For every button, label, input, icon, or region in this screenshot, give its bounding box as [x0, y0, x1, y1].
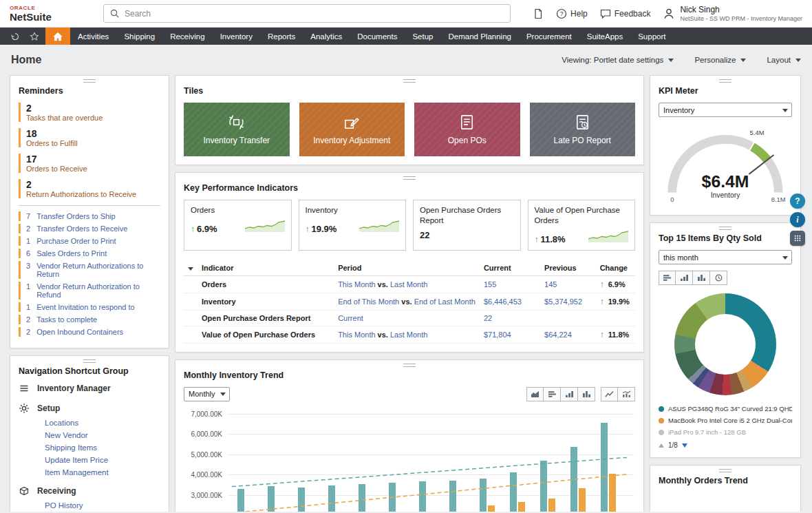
reminder-item[interactable]: 1Vendor Return Authorization to Refund: [19, 282, 160, 300]
user-menu[interactable]: Nick Singh NetSuite - SS WD PRM - Invent…: [663, 5, 802, 22]
page-down-icon[interactable]: [682, 443, 687, 448]
top-items-period-select[interactable]: this month: [659, 250, 792, 264]
previous-value-link[interactable]: $5,374,952: [544, 297, 582, 306]
top-items-donut-chart[interactable]: [674, 293, 776, 395]
tile-late-po-report[interactable]: Late PO Report: [530, 103, 636, 156]
nav-item-reports[interactable]: Reports: [260, 28, 303, 45]
trend-period-select[interactable]: Monthly: [184, 387, 230, 401]
nav-item-demand-planning[interactable]: Demand Planning: [441, 28, 519, 45]
current-value-link[interactable]: 155: [484, 280, 496, 289]
period-link[interactable]: This Month: [338, 280, 375, 289]
shortcut-group-header-setup[interactable]: Setup: [19, 403, 160, 414]
floating-help-button[interactable]: ?: [790, 193, 805, 209]
reminder-item[interactable]: 1Event Invitation to respond to: [19, 302, 160, 312]
shortcut-link-shipping-items[interactable]: Shipping Items: [45, 443, 160, 452]
top-items-clock-button[interactable]: [710, 271, 727, 285]
trend-column-button[interactable]: [578, 387, 595, 401]
personalize-dropdown[interactable]: Personalize: [694, 56, 746, 64]
portlet-drag-handle[interactable]: [719, 79, 731, 83]
nav-item-analytics[interactable]: Analytics: [303, 28, 350, 45]
kpi-card-inventory[interactable]: Inventory↑19.9%: [299, 200, 407, 251]
nav-item-suiteapps[interactable]: SuiteApps: [579, 28, 630, 45]
top-items-bar-asc-button[interactable]: [676, 271, 693, 285]
help-button[interactable]: ? Help: [556, 8, 588, 19]
current-value-link[interactable]: 22: [484, 314, 492, 322]
current-value-link[interactable]: $71,804: [484, 331, 511, 339]
reminder-headline[interactable]: 18Orders to Fulfill: [19, 128, 160, 147]
inventory-trend-chart: 7,000.00K6,000.00K5,000.00K4,000.00K3,00…: [184, 408, 635, 512]
portlet-drag-handle[interactable]: [719, 227, 731, 230]
nav-item-setup[interactable]: Setup: [405, 28, 440, 45]
tile-open-pos[interactable]: Open POs: [414, 103, 520, 156]
shortcut-link-item-management[interactable]: Item Management: [45, 468, 160, 477]
portlet-drag-handle[interactable]: [403, 176, 416, 180]
netsuite-logo[interactable]: ORACLE NetSuite: [10, 6, 59, 22]
tile-inventory-transfer[interactable]: Inventory Transfer: [184, 103, 290, 156]
reminder-item[interactable]: 1Purchase Order to Print: [19, 236, 160, 246]
create-new-button[interactable]: [533, 8, 544, 19]
page-up-icon[interactable]: [659, 443, 664, 448]
shortcut-link-po-history[interactable]: PO History: [45, 501, 160, 510]
collapse-caret-icon[interactable]: [188, 267, 193, 271]
previous-value-link[interactable]: $64,224: [544, 331, 572, 339]
home-button[interactable]: [45, 28, 70, 45]
reminder-item[interactable]: 3Vendor Return Authorizations to Return: [19, 261, 160, 279]
period-link[interactable]: Current: [338, 314, 363, 322]
period-link[interactable]: End of This Month: [338, 297, 399, 306]
nav-item-activities[interactable]: Activities: [70, 28, 116, 45]
top-items-column-button[interactable]: [693, 271, 710, 285]
nav-item-receiving[interactable]: Receiving: [162, 28, 213, 45]
reminder-headline[interactable]: 2Return Authorizations to Receive: [19, 179, 160, 198]
portlet-drag-handle[interactable]: [403, 364, 416, 367]
shortcut-group-header-inventory-manager[interactable]: Inventory Manager: [19, 383, 160, 394]
trend-bar-asc-button[interactable]: [561, 387, 578, 401]
feedback-button[interactable]: Feedback: [600, 8, 651, 19]
kpi-card-open-purchase-orders-report[interactable]: Open Purchase Orders Report22: [413, 200, 521, 251]
nav-item-inventory[interactable]: Inventory: [213, 28, 260, 45]
reminder-headline[interactable]: 17Orders to Receive: [19, 154, 160, 173]
floating-apps-button[interactable]: [790, 231, 805, 246]
reminder-item[interactable]: 6Sales Orders to Print: [19, 249, 160, 258]
current-value-link[interactable]: $6,446,453: [484, 297, 522, 306]
viewing-dropdown[interactable]: Viewing: Portlet date settings: [562, 56, 674, 64]
reminder-item[interactable]: 2Transfer Orders to Receive: [19, 224, 160, 233]
kpi-card-orders[interactable]: Orders↑6.9%: [184, 200, 292, 251]
period-link[interactable]: End of Last Month: [414, 297, 476, 306]
nav-item-support[interactable]: Support: [630, 28, 673, 45]
global-search[interactable]: [103, 4, 511, 23]
period-link[interactable]: This Month: [338, 331, 375, 339]
reminder-item-label: Purchase Order to Print: [36, 237, 116, 245]
reminder-item[interactable]: 2Open Inbound Containers: [19, 327, 160, 337]
portlet-drag-handle[interactable]: [403, 79, 416, 83]
nav-item-documents[interactable]: Documents: [350, 28, 405, 45]
shortcut-link-update-item-price[interactable]: Update Item Price: [45, 456, 160, 464]
tile-inventory-adjustment[interactable]: Inventory Adjustment: [299, 103, 405, 156]
nav-item-procurement[interactable]: Procurement: [519, 28, 579, 45]
top-items-bar-h-button[interactable]: [659, 271, 676, 285]
trend-line-button[interactable]: [601, 387, 618, 401]
floating-info-button[interactable]: i: [790, 212, 805, 227]
portlet-drag-handle[interactable]: [83, 79, 96, 83]
shortcut-link-locations[interactable]: Locations: [45, 419, 160, 427]
previous-value-link[interactable]: 145: [544, 280, 557, 289]
layout-dropdown[interactable]: Layout: [767, 56, 801, 64]
shortcut-group-header-receiving[interactable]: Receiving: [19, 485, 160, 496]
search-input[interactable]: [123, 8, 504, 19]
reminder-item[interactable]: 2Tasks to complete: [19, 315, 160, 324]
nav-item-shipping[interactable]: Shipping: [116, 28, 162, 45]
shortcut-link-new-vendor[interactable]: New Vendor: [45, 431, 160, 439]
recent-records-button[interactable]: [6, 28, 25, 45]
trend-bar-h-button[interactable]: [544, 387, 561, 401]
kpi-meter-select[interactable]: Inventory: [659, 103, 792, 117]
shortcuts-button[interactable]: [25, 28, 44, 45]
receiving-icon: [19, 485, 30, 496]
portlet-drag-handle[interactable]: [83, 359, 96, 363]
reminder-headline[interactable]: 2Tasks that are overdue: [19, 103, 160, 122]
period-link[interactable]: Last Month: [390, 280, 427, 289]
period-link[interactable]: Last Month: [390, 331, 427, 339]
portlet-drag-handle[interactable]: [719, 469, 731, 472]
trend-combo-button[interactable]: [618, 387, 635, 401]
kpi-card-value-of-open-purchase-orders[interactable]: Value of Open Purchase Orders↑11.8%: [528, 200, 636, 251]
trend-area-chart-button[interactable]: [526, 387, 544, 401]
reminder-item[interactable]: 7Transfer Orders to Ship: [19, 211, 160, 221]
